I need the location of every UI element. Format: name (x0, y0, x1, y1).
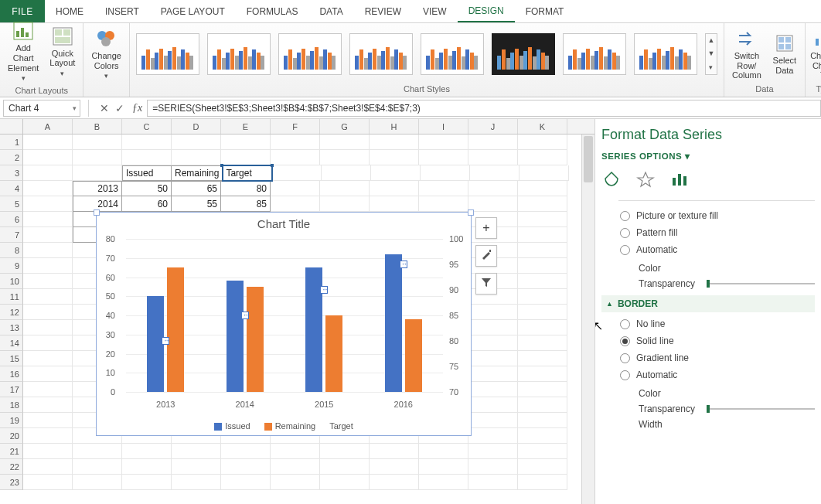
row-header-22[interactable]: 22 (0, 459, 23, 475)
fill-option-2[interactable]: Automatic (601, 241, 815, 258)
add-chart-element-button[interactable]: Add Chart Element (6, 19, 40, 84)
cell[interactable] (271, 459, 320, 475)
cell[interactable] (23, 227, 73, 243)
row-header-4[interactable]: 4 (0, 181, 23, 196)
cell[interactable] (23, 196, 73, 212)
border-option-1[interactable]: Solid line (601, 332, 815, 349)
cell[interactable] (470, 165, 520, 181)
cell[interactable] (172, 150, 221, 165)
tab-view[interactable]: VIEW (412, 0, 458, 22)
cell[interactable] (468, 181, 518, 196)
chart-style-2[interactable] (207, 33, 271, 75)
worksheet[interactable]: ABCDEFGHIJK 1234567891011121314151617181… (0, 119, 595, 504)
chart-style-8[interactable] (634, 33, 697, 75)
tab-page-layout[interactable]: PAGE LAYOUT (150, 0, 236, 22)
cell[interactable] (23, 181, 73, 196)
cell[interactable] (73, 135, 122, 150)
cell[interactable] (468, 320, 518, 335)
cell[interactable] (421, 165, 470, 181)
cell[interactable] (73, 150, 122, 165)
cell[interactable] (23, 305, 73, 320)
vertical-scrollbar[interactable] (581, 135, 594, 504)
chart-elements-button[interactable]: + (475, 217, 497, 239)
row-header-7[interactable]: 7 (0, 227, 23, 243)
target-marker[interactable] (241, 312, 249, 319)
cell[interactable] (468, 351, 518, 366)
cell[interactable] (272, 165, 322, 181)
cell[interactable] (320, 181, 370, 196)
bar-remaining[interactable] (167, 267, 184, 392)
series-options-tab-icon[interactable] (669, 169, 690, 189)
bar-remaining[interactable] (405, 319, 422, 392)
cell[interactable] (370, 181, 419, 196)
row-header-8[interactable]: 8 (0, 243, 23, 258)
cell[interactable] (518, 351, 567, 366)
col-header-I[interactable]: I (419, 119, 468, 134)
cell[interactable]: 2013 (73, 181, 122, 196)
border-option-0[interactable]: No line (601, 315, 815, 332)
row-header-3[interactable]: 3 (0, 165, 23, 181)
cell[interactable] (23, 475, 73, 490)
row-header-15[interactable]: 15 (0, 351, 23, 366)
cell[interactable] (221, 135, 271, 150)
cell[interactable] (518, 335, 567, 351)
col-header-C[interactable]: C (122, 119, 172, 134)
formula-input[interactable]: =SERIES(Sheet3!$E$3;Sheet3!$B$4:$B$7;She… (147, 100, 821, 117)
change-chart-type-button[interactable]: Chang Chart T (809, 26, 821, 82)
chart-style-1[interactable] (136, 33, 199, 75)
cell[interactable] (73, 475, 122, 490)
pane-subtitle[interactable]: SERIES OPTIONS (601, 151, 815, 162)
border-transparency-slider[interactable] (707, 404, 815, 414)
chart-title[interactable]: Chart Title (97, 213, 471, 233)
cell[interactable]: 55 (172, 196, 221, 212)
cell[interactable] (518, 258, 567, 274)
chart-style-7[interactable] (563, 33, 626, 75)
cell[interactable] (73, 165, 122, 181)
cell[interactable] (23, 274, 73, 289)
cell[interactable] (320, 135, 370, 150)
cell[interactable] (518, 227, 567, 243)
name-box[interactable]: Chart 4 (3, 100, 80, 117)
border-option-3[interactable]: Automatic (601, 366, 815, 383)
col-header-A[interactable]: A (23, 119, 73, 134)
cell[interactable] (518, 320, 567, 335)
cell[interactable] (271, 475, 320, 490)
cell[interactable] (468, 135, 518, 150)
cell[interactable] (23, 459, 73, 475)
cell[interactable] (518, 366, 567, 382)
cell[interactable] (23, 165, 73, 181)
cell[interactable] (23, 444, 73, 459)
cell[interactable] (468, 196, 518, 212)
cell[interactable]: Remaining (172, 165, 223, 181)
cell[interactable] (23, 135, 73, 150)
quick-layout-button[interactable]: Quick Layout (48, 24, 77, 80)
cell[interactable] (468, 475, 518, 490)
scroll-thumb[interactable] (584, 136, 593, 182)
cell[interactable] (221, 150, 271, 165)
cell[interactable] (23, 413, 73, 428)
cell[interactable] (518, 382, 567, 397)
cell[interactable] (73, 459, 122, 475)
cell[interactable] (122, 150, 172, 165)
cell[interactable] (23, 335, 73, 351)
target-marker[interactable] (320, 286, 328, 294)
cell[interactable]: 60 (122, 196, 172, 212)
fill-option-0[interactable]: Picture or texture fill (601, 207, 815, 224)
cell[interactable] (518, 413, 567, 428)
cell[interactable] (518, 212, 567, 227)
cell[interactable] (122, 475, 172, 490)
cancel-formula-button[interactable]: ✕ (97, 100, 112, 116)
cell[interactable] (468, 413, 518, 428)
row-header-18[interactable]: 18 (0, 397, 23, 413)
target-marker[interactable] (400, 261, 407, 268)
cell[interactable] (221, 459, 271, 475)
cell[interactable] (370, 150, 419, 165)
col-header-B[interactable]: B (73, 119, 122, 134)
cell[interactable] (23, 382, 73, 397)
row-header-6[interactable]: 6 (0, 212, 23, 227)
cell[interactable] (468, 150, 518, 165)
border-section-header[interactable]: ▲ BORDER (601, 295, 815, 312)
effects-tab-icon[interactable] (635, 169, 656, 189)
cell[interactable] (419, 444, 468, 459)
chart-filter-button[interactable] (475, 273, 497, 295)
